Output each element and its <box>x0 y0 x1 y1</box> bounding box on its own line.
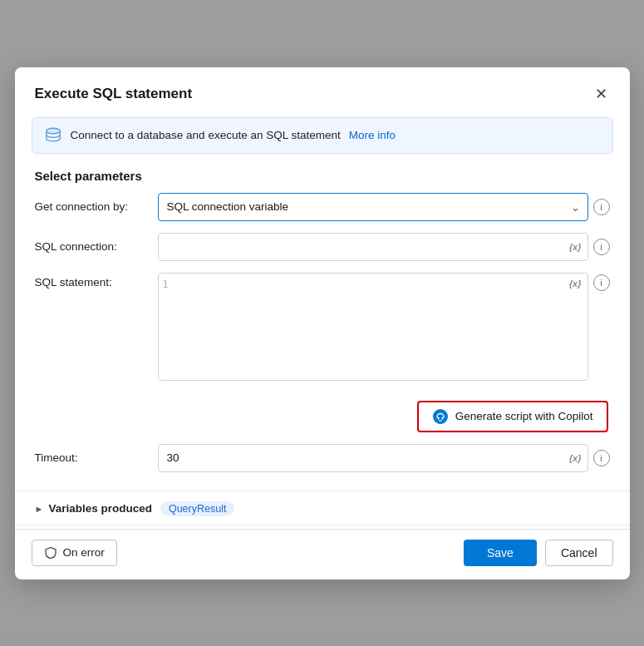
divider <box>15 491 630 491</box>
connection-field-row: Get connection by: SQL connection variab… <box>35 193 610 221</box>
close-button[interactable]: ✕ <box>590 82 613 106</box>
sql-statement-control: 1 {x} i <box>158 273 610 384</box>
variables-toggle-button[interactable]: ► Variables produced <box>35 502 152 515</box>
timeout-input[interactable] <box>158 444 588 472</box>
copilot-icon <box>432 408 449 425</box>
dialog-title: Execute SQL statement <box>35 86 193 102</box>
cancel-button[interactable]: Cancel <box>545 540 613 566</box>
sql-statement-textarea[interactable] <box>158 273 588 381</box>
sql-connection-field-row: SQL connection: {x} i <box>35 233 610 261</box>
footer-divider <box>15 525 630 525</box>
variables-row: ► Variables produced QueryResult <box>15 495 630 525</box>
sql-connection-info-icon[interactable]: i <box>593 239 610 255</box>
sql-connection-input-wrapper: {x} <box>158 233 588 261</box>
copilot-button-label: Generate script with Copilot <box>455 410 593 422</box>
section-title: Select parameters <box>15 154 630 190</box>
timeout-input-wrapper: {x} <box>158 444 588 472</box>
connection-label: Get connection by: <box>35 200 158 213</box>
timeout-field-row: Timeout: {x} i <box>35 444 610 472</box>
database-icon <box>44 126 62 145</box>
info-banner: Connect to a database and execute an SQL… <box>32 117 613 154</box>
execute-sql-dialog: Execute SQL statement ✕ Connect to a dat… <box>15 67 630 579</box>
on-error-button[interactable]: On error <box>32 540 117 566</box>
svg-point-1 <box>433 409 448 424</box>
timeout-control: {x} i <box>158 444 610 472</box>
svg-point-0 <box>46 128 60 133</box>
connection-control: SQL connection variable ⌄ i <box>158 193 610 221</box>
connection-info-icon[interactable]: i <box>593 199 610 215</box>
shield-icon <box>44 546 57 560</box>
sql-statement-info-icon[interactable]: i <box>593 274 610 291</box>
sql-connection-label: SQL connection: <box>35 240 158 253</box>
footer-right: Save Cancel <box>464 540 613 566</box>
info-text: Connect to a database and execute an SQL… <box>71 129 341 141</box>
sql-textarea-wrapper: 1 {x} <box>158 273 588 384</box>
svg-point-3 <box>441 417 443 418</box>
sql-statement-label: SQL statement: <box>35 273 158 288</box>
params-section: Get connection by: SQL connection variab… <box>15 190 630 397</box>
variables-label: Variables produced <box>48 502 152 515</box>
sql-connection-control: {x} i <box>158 233 610 261</box>
close-icon: ✕ <box>595 85 607 103</box>
save-button[interactable]: Save <box>464 540 537 566</box>
dialog-header: Execute SQL statement ✕ <box>15 67 630 117</box>
svg-point-2 <box>437 417 439 418</box>
dialog-overlay: Execute SQL statement ✕ Connect to a dat… <box>0 0 644 646</box>
copilot-button[interactable]: Generate script with Copilot <box>417 401 608 432</box>
more-info-link[interactable]: More info <box>349 129 396 141</box>
timeout-section: Timeout: {x} i <box>15 441 630 491</box>
connection-select-wrapper: SQL connection variable ⌄ <box>158 193 588 221</box>
chevron-right-icon: ► <box>35 504 44 514</box>
timeout-label: Timeout: <box>35 451 158 464</box>
dialog-footer: On error Save Cancel <box>15 529 630 579</box>
timeout-info-icon[interactable]: i <box>593 450 610 466</box>
copilot-row: Generate script with Copilot <box>15 397 630 441</box>
sql-statement-field-row: SQL statement: 1 {x} i <box>35 273 610 384</box>
on-error-label: On error <box>63 546 105 559</box>
query-result-badge: QueryResult <box>160 501 234 516</box>
sql-connection-input[interactable] <box>158 233 588 261</box>
connection-select[interactable]: SQL connection variable <box>158 193 588 221</box>
